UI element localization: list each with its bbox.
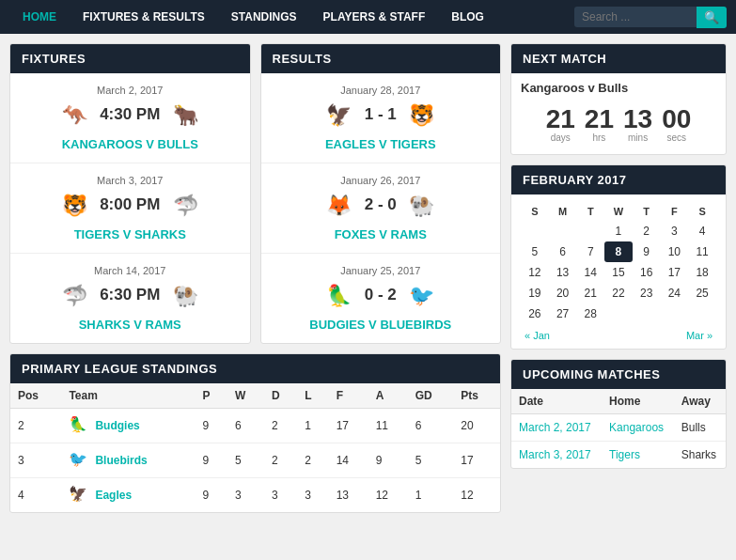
cal-day: 21 — [576, 283, 604, 303]
cal-day-header: S — [688, 202, 716, 221]
result-score: 1 - 1 — [365, 105, 397, 124]
nav-home[interactable]: HOME — [9, 0, 70, 34]
cal-day: 4 — [688, 221, 716, 241]
fixture-date: March 3, 2017 — [97, 175, 163, 186]
cal-day: 23 — [633, 283, 661, 303]
cal-day-header: W — [604, 202, 633, 221]
standings-p: 9 — [196, 443, 227, 478]
result-item: January 25, 2017 🦜 0 - 2 🐦 BUDGIES V BLU… — [261, 254, 501, 343]
upcoming-home: Kangaroos — [602, 414, 674, 442]
next-match-header: NEXT MATCH — [511, 44, 726, 73]
fixtures-list: March 2, 2017 🦘 4:30 PM 🐂 KANGAROOS V BU… — [10, 73, 250, 343]
nav-blog[interactable]: BLOG — [438, 0, 497, 34]
cal-day: 27 — [549, 303, 577, 324]
fixture-item: March 14, 2017 🦈 6:30 PM 🐏 SHARKS V RAMS — [10, 254, 250, 343]
team-link[interactable]: Budgies — [95, 419, 139, 432]
standings-col-header: Team — [61, 383, 195, 409]
result-row: 🦅 1 - 1 🐯 — [271, 98, 492, 133]
search-input[interactable] — [574, 7, 697, 27]
results-card: RESULTS January 28, 2017 🦅 1 - 1 🐯 EAGLE… — [260, 43, 502, 344]
result-home-logo: 🦜 — [321, 278, 357, 314]
result-score: 2 - 0 — [365, 195, 397, 214]
fixture-date: March 2, 2017 — [97, 85, 163, 96]
standings-pos: 3 — [10, 443, 61, 478]
standings-team: 🐦 Bluebirds — [61, 443, 195, 478]
standings-col-header: W — [227, 383, 264, 409]
cal-day-header: F — [661, 202, 689, 221]
calendar-body: SMTWTFS 12345678910111213141516171819202… — [511, 194, 726, 349]
cal-tbody: 1234567891011121314151617181920212223242… — [521, 221, 716, 324]
nav-standings[interactable]: STANDINGS — [218, 0, 310, 34]
upcoming-col-header: Away — [674, 389, 726, 414]
standings-row: 3 🐦 Bluebirds 9 5 2 2 14 9 5 17 — [10, 443, 500, 478]
away-logo: 🦈 — [167, 188, 203, 224]
countdown-hrs-num: 21 — [585, 106, 614, 132]
team-icon: 🐦 — [69, 450, 89, 471]
cal-empty — [688, 303, 716, 324]
cal-day-header: T — [633, 202, 661, 221]
search-button[interactable]: 🔍 — [697, 7, 727, 28]
nav-fixtures[interactable]: FIXTURES & RESULTS — [70, 0, 218, 34]
standings-col-header: L — [297, 383, 328, 409]
fixture-name: TIGERS V SHARKS — [74, 227, 186, 241]
standings-pts: 12 — [453, 478, 500, 513]
countdown-secs-label: secs — [662, 132, 691, 143]
cal-empty — [521, 221, 549, 241]
right-column: NEXT MATCH Kangaroos v Bulls 21 days 21 … — [510, 43, 727, 513]
cal-day: 5 — [521, 241, 549, 262]
standings-table: PosTeamPWDLFAGDPts 2 🦜 Budgies 9 6 2 1 1… — [10, 383, 500, 512]
next-match-card: NEXT MATCH Kangaroos v Bulls 21 days 21 … — [510, 43, 727, 155]
standings-gd: 6 — [408, 409, 454, 443]
standings-col-header: D — [264, 383, 297, 409]
cal-next[interactable]: Mar » — [686, 330, 713, 341]
home-logo: 🐯 — [56, 188, 92, 224]
cal-day: 18 — [688, 262, 716, 283]
standings-gd: 1 — [408, 478, 454, 513]
standings-w: 3 — [227, 478, 264, 513]
standings-a: 11 — [368, 409, 408, 443]
standings-f: 17 — [329, 409, 368, 443]
upcoming-col-header: Home — [602, 389, 674, 414]
cal-day: 1 — [604, 221, 633, 241]
standings-pts: 20 — [453, 409, 500, 443]
cal-day: 7 — [576, 241, 604, 262]
standings-tbody: 2 🦜 Budgies 9 6 2 1 17 11 6 20 3 🐦 Blueb… — [10, 409, 500, 513]
upcoming-card: UPCOMING MATCHES DateHomeAway March 2, 2… — [510, 359, 727, 469]
result-home-logo: 🦊 — [321, 188, 357, 224]
standings-col-header: Pos — [10, 383, 61, 409]
result-away-logo: 🐯 — [404, 98, 440, 133]
standings-d: 2 — [264, 443, 297, 478]
upcoming-header: UPCOMING MATCHES — [511, 360, 726, 389]
standings-col-header: A — [368, 383, 408, 409]
countdown-secs-num: 00 — [662, 106, 691, 132]
page-layout: FIXTURES March 2, 2017 🦘 4:30 PM 🐂 KANGA… — [0, 34, 736, 522]
fixture-time: 6:30 PM — [100, 286, 160, 304]
search-form: 🔍 — [574, 7, 727, 28]
standings-l: 2 — [297, 443, 328, 478]
cal-prev[interactable]: « Jan — [525, 330, 550, 341]
away-logo: 🐏 — [167, 278, 203, 314]
fixture-row: 🐯 8:00 PM 🦈 — [20, 188, 241, 224]
standings-l: 3 — [297, 478, 328, 513]
cal-day: 9 — [633, 241, 661, 262]
fixture-name: SHARKS V RAMS — [79, 318, 181, 332]
standings-header: PRIMARY LEAGUE STANDINGS — [10, 354, 500, 383]
cal-day: 19 — [521, 283, 549, 303]
next-match-title: Kangaroos v Bulls — [511, 73, 726, 99]
team-link[interactable]: Bluebirds — [95, 454, 147, 467]
cal-empty — [604, 303, 633, 324]
fixture-time: 8:00 PM — [100, 195, 160, 214]
calendar-card: FEBRUARY 2017 SMTWTFS 123456789101112131… — [510, 164, 727, 350]
countdown-mins: 13 mins — [623, 106, 652, 143]
nav-players[interactable]: PLAYERS & STAFF — [310, 0, 439, 34]
cal-empty — [633, 303, 661, 324]
team-link[interactable]: Eagles — [95, 489, 132, 502]
standings-pts: 17 — [453, 443, 500, 478]
fixtures-card: FIXTURES March 2, 2017 🦘 4:30 PM 🐂 KANGA… — [9, 43, 251, 344]
standings-col-header: Pts — [453, 383, 500, 409]
standings-a: 12 — [368, 478, 408, 513]
standings-team: 🦅 Eagles — [61, 478, 195, 513]
standings-d: 3 — [264, 478, 297, 513]
result-away-logo: 🐏 — [404, 188, 440, 224]
countdown: 21 days 21 hrs 13 mins 00 secs — [511, 99, 726, 154]
